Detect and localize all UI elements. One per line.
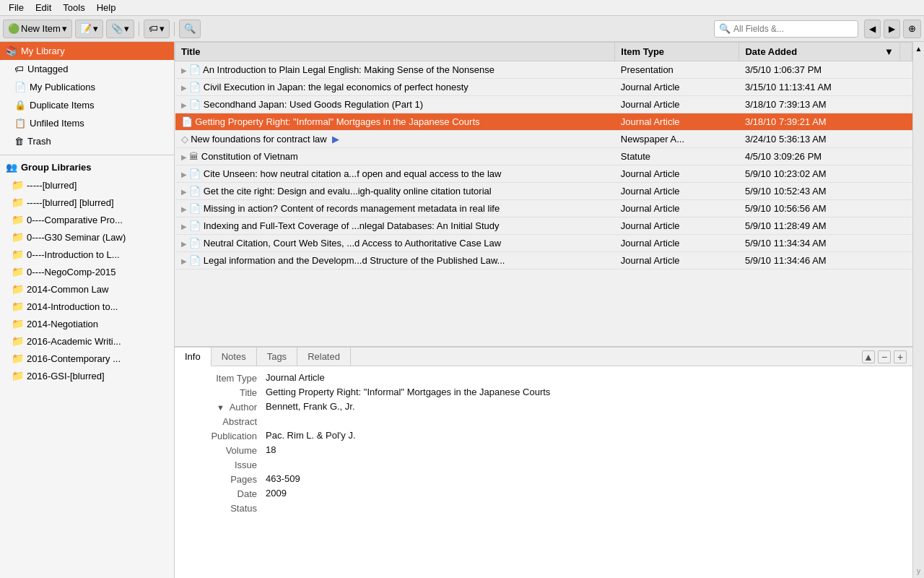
menu-file[interactable]: File: [3, 1, 30, 14]
scroll-up-arrow[interactable]: ▲: [915, 45, 923, 53]
volume-value[interactable]: 18: [266, 444, 901, 455]
table-row[interactable]: ▶ 📄 Get the cite right: Design and evalu…: [175, 183, 912, 200]
row-extra: [899, 217, 912, 235]
table-row[interactable]: ▶ 📄 Legal information and the Developm..…: [175, 252, 912, 269]
untagged-label: Untagged: [27, 64, 68, 74]
row-extra: [899, 200, 912, 217]
publication-label: Publication: [186, 430, 266, 441]
menu-help[interactable]: Help: [91, 1, 122, 14]
add-field-button[interactable]: +: [894, 350, 907, 363]
sidebar-item-untagged[interactable]: 🏷 Untagged: [0, 60, 174, 78]
tag-button[interactable]: 🏷 ▾: [144, 20, 170, 38]
row-title: Secondhand Japan: Used Goods Regulation …: [204, 99, 423, 110]
table-row[interactable]: ▶ 📄 Indexing and Full-Text Coverage of .…: [175, 217, 912, 235]
table-row[interactable]: ▶ 📄 Civil Execution in Japan: the legal …: [175, 79, 912, 96]
row-expand-icon: ▶: [181, 84, 187, 92]
item-type-value[interactable]: Journal Article: [266, 372, 901, 383]
zoom-button[interactable]: ⊕: [903, 20, 921, 38]
group-item-0[interactable]: 📁 -----[blurred]: [0, 176, 174, 194]
date-label: Date: [186, 488, 266, 499]
group-item-3[interactable]: 📁 0----G30 Seminar (Law): [0, 228, 174, 246]
item-type-label: Item Type: [186, 372, 266, 384]
pages-value[interactable]: 463-509: [266, 473, 901, 484]
row-date: 5/9/10 10:52:43 AM: [739, 183, 900, 200]
table-row[interactable]: ▶ 📄 Cite Unseen: how neutral citation a.…: [175, 165, 912, 183]
author-expand-icon[interactable]: ▼: [217, 403, 225, 412]
trash-label: Trash: [27, 136, 51, 147]
group-libraries-header[interactable]: 👥 Group Libraries: [0, 158, 174, 176]
sidebar-item-duplicate-items[interactable]: 🔒 Duplicate Items: [0, 96, 174, 114]
search-bar[interactable]: 🔍: [714, 20, 858, 38]
row-date: 3/15/10 11:13:41 AM: [739, 79, 900, 96]
tab-tags[interactable]: Tags: [257, 348, 297, 366]
untagged-icon: 🏷: [14, 64, 24, 74]
folder-icon-8: 📁: [12, 318, 24, 329]
issue-label: Issue: [186, 459, 266, 470]
remove-field-button[interactable]: −: [878, 350, 891, 363]
table-row[interactable]: ▶ 📄 Missing in action? Content of record…: [175, 200, 912, 217]
sidebar: 📚 My Library 🏷 Untagged 📄 My Publication…: [0, 42, 175, 578]
table-row[interactable]: ▶ 📄 Neutral Citation, Court Web Sites, .…: [175, 235, 912, 252]
group-item-8[interactable]: 📁 2014-Negotiation: [0, 315, 174, 332]
sidebar-item-trash[interactable]: 🗑 Trash: [0, 132, 174, 150]
group-item-6[interactable]: 📁 2014-Common Law: [0, 280, 174, 298]
group-item-2[interactable]: 📁 0----Comparative Pro...: [0, 211, 174, 228]
right-scrollbar[interactable]: ▲ y: [912, 42, 924, 578]
table-row[interactable]: 📄 Getting Property Right: "Informal" Mor…: [175, 113, 912, 131]
row-date: 3/24/10 5:36:13 AM: [739, 131, 900, 148]
table-row[interactable]: ▶ 🏛 Constitution of Vietnam Statute 4/5/…: [175, 148, 912, 165]
tab-related[interactable]: Related: [297, 348, 351, 366]
group-item-7[interactable]: 📁 2014-Introduction to...: [0, 298, 174, 315]
folder-icon-6: 📁: [12, 283, 24, 295]
row-type: Journal Article: [615, 96, 739, 113]
table-row[interactable]: ▶ 📄 Secondhand Japan: Used Goods Regulat…: [175, 96, 912, 113]
folder-icon-9: 📁: [12, 335, 24, 347]
duplicate-icon: 🔒: [14, 100, 26, 111]
group-item-1[interactable]: 📁 -----[blurred] [blurred]: [0, 194, 174, 211]
scroll-up-button[interactable]: ▲: [862, 350, 875, 363]
nav-prev-button[interactable]: ◀: [864, 20, 881, 38]
group-item-10[interactable]: 📁 2016-Contemporary ...: [0, 350, 174, 367]
nav-next-button[interactable]: ▶: [884, 20, 900, 38]
table-row[interactable]: ◇ New foundations for contract law ▶ New…: [175, 131, 912, 148]
row-type: Newspaper A...: [615, 131, 739, 148]
group-item-9[interactable]: 📁 2016-Academic Writi...: [0, 332, 174, 350]
row-title: Missing in action? Content of records ma…: [204, 203, 500, 214]
info-row-status: Status: [186, 502, 901, 514]
group-item-5[interactable]: 📁 0----NegoComp-2015: [0, 263, 174, 280]
group-label-2: 0----Comparative Pro...: [27, 215, 123, 225]
col-date-added[interactable]: Date Added ▼: [739, 43, 900, 61]
group-libraries-label: Group Libraries: [21, 162, 92, 173]
new-item-label: New Item: [21, 23, 61, 34]
new-item-button[interactable]: 🟢 New Item ▾: [3, 20, 72, 38]
info-row-title: Title Getting Property Right: "Informal"…: [186, 387, 901, 398]
tab-info[interactable]: Info: [175, 348, 212, 366]
publication-value[interactable]: Pac. Rim L. & Pol'y J.: [266, 430, 901, 441]
new-note-button[interactable]: 📝 ▾: [75, 20, 103, 38]
row-title: An Introduction to Plain Legal English: …: [203, 64, 494, 75]
table-row[interactable]: ▶ 📄 An Introduction to Plain Legal Engli…: [175, 61, 912, 79]
pages-label: Pages: [186, 473, 266, 485]
search-input[interactable]: [733, 24, 853, 34]
menu-tools[interactable]: Tools: [57, 1, 90, 14]
group-label-10: 2016-Contemporary ...: [27, 353, 121, 364]
sidebar-item-my-publications[interactable]: 📄 My Publications: [0, 78, 174, 96]
scroll-down-arrow[interactable]: y: [917, 567, 920, 575]
items-table: Title Item Type Date Added ▼: [175, 42, 912, 269]
info-row-volume: Volume 18: [186, 444, 901, 456]
attach-button[interactable]: 📎 ▾: [106, 20, 134, 38]
group-item-11[interactable]: 📁 2016-GSI-[blurred]: [0, 367, 174, 384]
tabs-spacer: [351, 348, 856, 366]
author-value[interactable]: Bennett, Frank G., Jr.: [266, 401, 901, 412]
date-value[interactable]: 2009: [266, 488, 901, 499]
tab-notes[interactable]: Notes: [212, 348, 257, 366]
col-title[interactable]: Title: [175, 43, 615, 61]
sidebar-item-unfiled-items[interactable]: 📋 Unfiled Items: [0, 114, 174, 132]
title-value[interactable]: Getting Property Right: "Informal" Mortg…: [266, 387, 901, 397]
sidebar-item-my-library[interactable]: 📚 My Library: [0, 42, 174, 60]
col-item-type[interactable]: Item Type: [615, 43, 739, 61]
menu-edit[interactable]: Edit: [30, 1, 57, 14]
group-label-11: 2016-GSI-[blurred]: [27, 371, 105, 381]
locate-button[interactable]: 🔍: [179, 20, 201, 38]
group-item-4[interactable]: 📁 0----Introduction to L...: [0, 246, 174, 263]
